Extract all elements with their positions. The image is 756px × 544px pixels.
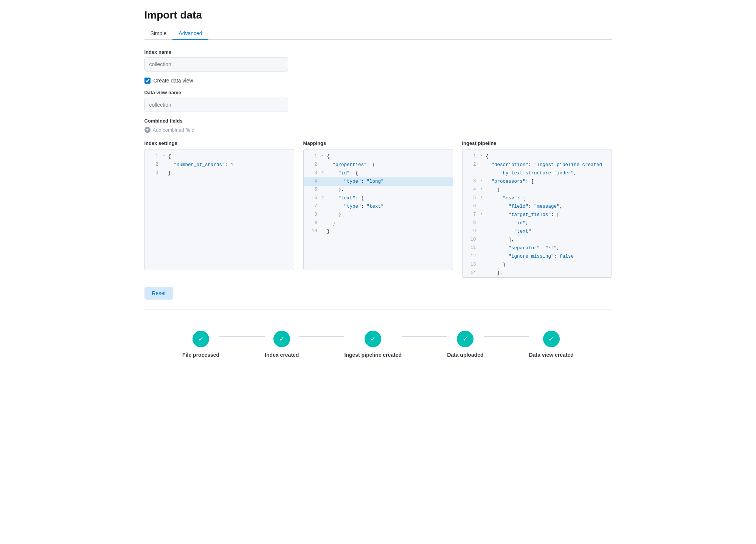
code-line: 12 "ignore_missing": false (463, 252, 612, 261)
index-settings-panel: Index settings 1 ▾ { 2 "number_of_shards… (144, 140, 294, 278)
add-combined-field-label: Add combined field (153, 127, 195, 133)
editors-row: Index settings 1 ▾ { 2 "number_of_shards… (144, 140, 612, 278)
tab-simple[interactable]: Simple (144, 27, 173, 40)
code-line: 15 ▾ { (463, 277, 612, 278)
data-uploaded-label: Data uploaded (447, 352, 483, 358)
index-name-input[interactable] (144, 57, 288, 71)
data-view-name-section: Data view name (144, 90, 612, 112)
progress-step-file-processed: ✓ File processed (182, 331, 219, 358)
code-line: 3 ▾ "processors": [ (463, 177, 612, 186)
ingest-pipeline-panel: Ingest pipeline 1 ▾ { 2 "description": "… (462, 140, 612, 278)
code-line: 14 }, (463, 269, 612, 277)
code-line: 3 } (145, 169, 294, 177)
add-combined-field-button[interactable]: + Add combined field (144, 127, 195, 133)
mappings-editor[interactable]: 1 ▾ { 2 "properties": { 3 ▾ "id": { 4 (303, 149, 453, 270)
progress-connector (219, 336, 265, 337)
data-view-name-input[interactable] (144, 98, 288, 112)
code-line: 10 ], (463, 236, 612, 244)
index-name-label: Index name (144, 49, 612, 55)
tab-bar: Simple Advanced (144, 27, 612, 40)
combined-fields-section: Combined fields + Add combined field (144, 118, 612, 133)
code-line: 10 } (304, 227, 453, 236)
code-line: 9 "text" (463, 227, 612, 236)
data-uploaded-icon: ✓ (457, 331, 473, 347)
progress-connector (299, 336, 344, 337)
index-created-icon: ✓ (273, 331, 290, 347)
code-line: 4 "type": "long" (304, 177, 453, 186)
code-line: 7 ▾ "target_fields": [ (463, 211, 612, 219)
code-line: 1 ▾ { (145, 152, 294, 161)
mappings-title: Mappings (303, 140, 453, 146)
data-view-created-icon: ✓ (543, 331, 560, 347)
code-line: 4 ▾ { (463, 186, 612, 194)
code-line: 5 }, (304, 186, 453, 194)
code-line: 13 } (463, 261, 612, 269)
progress-step-index-created: ✓ Index created (265, 331, 299, 358)
plus-icon: + (144, 127, 151, 133)
file-processed-label: File processed (182, 352, 219, 358)
code-line: 8 "id", (463, 219, 612, 227)
page-title: Import data (144, 9, 612, 21)
code-line: by text structure finder", (463, 169, 612, 177)
code-line: 11 "separator": "\t", (463, 244, 612, 252)
progress-connector (484, 336, 529, 337)
create-data-view-row: Create data view (144, 78, 612, 84)
progress-step-ingest-pipeline-created: ✓ Ingest pipeline created (344, 331, 402, 358)
code-line: 3 ▾ "id": { (304, 169, 453, 177)
ingest-pipeline-title: Ingest pipeline (462, 140, 612, 146)
progress-connector (402, 336, 447, 337)
ingest-pipeline-created-icon: ✓ (365, 331, 381, 347)
code-line: 6 "field": "message", (463, 202, 612, 211)
progress-bar: ✓ File processed ✓ Index created ✓ Inges… (144, 319, 612, 367)
data-view-name-label: Data view name (144, 90, 612, 95)
code-line: 1 ▾ { (463, 152, 612, 161)
reset-button[interactable]: Reset (144, 287, 174, 300)
code-line: 1 ▾ { (304, 152, 453, 161)
section-divider (144, 309, 612, 309)
code-line: 9 } (304, 219, 453, 227)
progress-step-data-uploaded: ✓ Data uploaded (447, 331, 483, 358)
index-name-section: Index name (144, 49, 612, 71)
index-settings-title: Index settings (144, 140, 294, 146)
combined-fields-title: Combined fields (144, 118, 612, 124)
file-processed-icon: ✓ (192, 331, 209, 347)
index-settings-editor[interactable]: 1 ▾ { 2 "number_of_shards": 1 3 } (144, 149, 294, 270)
ingest-pipeline-editor[interactable]: 1 ▾ { 2 "description": "Ingest pipeline … (462, 149, 612, 278)
code-line: 2 "number_of_shards": 1 (145, 161, 294, 169)
code-line: 2 "properties": { (304, 161, 453, 169)
data-view-created-label: Data view created (529, 352, 574, 358)
code-line: 5 ▾ "csv": { (463, 194, 612, 202)
ingest-pipeline-created-label: Ingest pipeline created (344, 352, 402, 358)
code-line: 7 "type": "text" (304, 202, 453, 211)
mappings-panel: Mappings 1 ▾ { 2 "properties": { 3 ▾ "id… (303, 140, 453, 278)
code-line: 2 "description": "Ingest pipeline create… (463, 161, 612, 169)
code-line: 8 } (304, 211, 453, 219)
create-data-view-label[interactable]: Create data view (154, 78, 193, 84)
tab-advanced[interactable]: Advanced (172, 27, 208, 40)
code-line: 6 ▾ "text": { (304, 194, 453, 202)
progress-step-data-view-created: ✓ Data view created (529, 331, 574, 358)
create-data-view-checkbox[interactable] (144, 78, 151, 84)
index-created-label: Index created (265, 352, 299, 358)
